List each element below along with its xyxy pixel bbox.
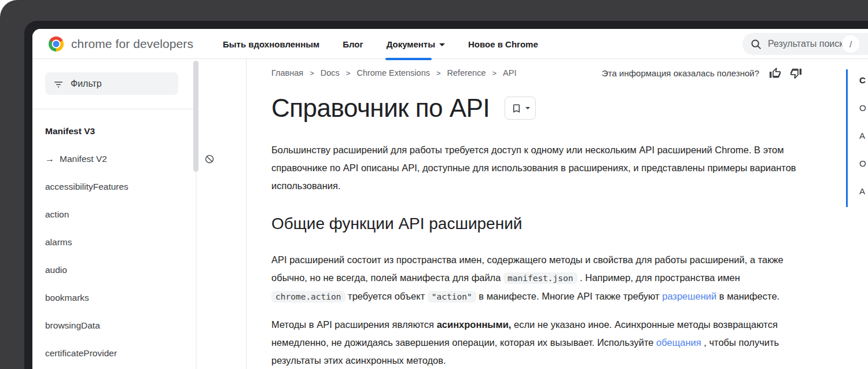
breadcrumb-row: Главная > Docs > Chrome Extensions > Ref… xyxy=(271,67,846,79)
search-placeholder: Результаты поиска xyxy=(768,39,848,49)
sidebar-item-label: alarms xyxy=(45,237,72,248)
thumbs-down-icon[interactable] xyxy=(790,67,802,79)
bookmark-button[interactable] xyxy=(505,97,536,120)
sidebar-scrollbar-thumb[interactable] xyxy=(193,61,198,172)
chevron-down-icon xyxy=(439,43,445,46)
sidebar-item-alarms[interactable]: alarms xyxy=(32,228,223,256)
text-run: Методы в API расширения являются xyxy=(271,319,437,330)
toc-item[interactable]: А xyxy=(859,131,865,141)
nav-label: Документы xyxy=(387,39,435,49)
intro-paragraph: Большинству расширений для работы требуе… xyxy=(271,141,815,195)
breadcrumb-separator: > xyxy=(492,69,496,78)
top-nav: Быть вдохновленным Блог Документы Новое … xyxy=(223,29,538,59)
inline-link[interactable]: разрешений xyxy=(662,291,716,301)
feedback-widget: Эта информация оказалась полезной? xyxy=(602,67,802,79)
text-run: требуется объект xyxy=(345,291,428,301)
sidebar-item-action[interactable]: action xyxy=(32,201,223,228)
bold-text: асинхронными, xyxy=(437,319,512,330)
breadcrumb-separator: > xyxy=(346,69,351,78)
text-run: . Например, для пространства имен xyxy=(578,272,740,283)
toc-header: С xyxy=(859,75,866,85)
sidebar-item-label: action xyxy=(45,209,69,220)
breadcrumb-docs[interactable]: Docs xyxy=(321,68,340,78)
nav-label: Быть вдохновленным xyxy=(223,39,319,49)
inline-link[interactable]: обещания xyxy=(656,337,701,348)
sidebar-item-certificateprovider[interactable]: certificateProvider xyxy=(32,340,223,367)
sidebar-item-label: browsingData xyxy=(45,320,100,331)
paragraph-api-namespace: API расширений состоит из пространства и… xyxy=(271,251,815,306)
sidebar-item-label: Manifest V3 xyxy=(45,126,95,136)
nav-label: Новое в Chrome xyxy=(468,39,538,49)
sidebar-item-audio[interactable]: audio xyxy=(32,256,223,284)
breadcrumb: Главная > Docs > Chrome Extensions > Ref… xyxy=(271,68,516,78)
keyboard-shortcut-badge: / xyxy=(842,35,859,53)
paragraph-async-methods: Методы в API расширения являются асинхро… xyxy=(271,316,815,369)
nav-item-blog[interactable]: Блог xyxy=(343,29,363,59)
screenshot-stage: chrome for developers Быть вдохновленным… xyxy=(0,0,868,369)
site-header: chrome for developers Быть вдохновленным… xyxy=(32,29,868,59)
bookmark-icon xyxy=(511,103,522,114)
main-content: Главная > Docs > Chrome Extensions > Ref… xyxy=(247,59,846,369)
nav-label: Блог xyxy=(343,39,363,49)
breadcrumb-chrome-extensions[interactable]: Chrome Extensions xyxy=(356,68,430,78)
sidebar-item-label: bookmarks xyxy=(45,293,89,303)
sidebar-item-label: audio xyxy=(45,265,67,275)
page-title: Справочник по API xyxy=(271,93,490,123)
left-sidebar: Фильтр Manifest V3 → Manifest V2 accessi… xyxy=(32,59,246,369)
brand-name: chrome for developers xyxy=(71,37,193,51)
arrow-right-icon: → xyxy=(45,154,54,164)
filter-icon xyxy=(53,79,64,89)
sidebar-item-browsingdata[interactable]: browsingData xyxy=(32,312,223,340)
sidebar-item-bookmarks[interactable]: bookmarks xyxy=(32,284,223,312)
sidebar-item-label: accessibilityFeatures xyxy=(45,182,128,192)
chevron-down-icon xyxy=(525,107,530,109)
breadcrumb-reference[interactable]: Reference xyxy=(447,68,486,78)
sidebar-item-label: Manifest V2 xyxy=(60,154,107,164)
toc-item[interactable]: О xyxy=(859,103,866,113)
breadcrumb-api[interactable]: API xyxy=(503,68,516,78)
docs-page: chrome for developers Быть вдохновленным… xyxy=(32,29,868,369)
nav-item-inspired[interactable]: Быть вдохновленным xyxy=(223,29,319,59)
nav-item-new-in-chrome[interactable]: Новое в Chrome xyxy=(468,29,538,59)
text-run: в манифесте. xyxy=(716,291,779,301)
section-heading: Общие функции API расширений xyxy=(271,213,846,234)
chrome-logo-icon xyxy=(49,36,64,51)
text-run: в манифесте. Многие API также требуют xyxy=(476,291,663,301)
breadcrumb-separator: > xyxy=(310,69,314,78)
search-icon xyxy=(750,38,762,50)
sidebar-item-accessibilityfeatures[interactable]: accessibilityFeatures xyxy=(32,173,223,201)
feedback-buttons xyxy=(769,67,802,79)
page-title-row: Справочник по API xyxy=(271,93,846,123)
nav-item-docs[interactable]: Документы xyxy=(387,29,445,59)
search-input[interactable]: Результаты поиска / xyxy=(742,33,868,55)
feedback-question: Эта информация оказалась полезной? xyxy=(602,68,759,78)
brand-logo[interactable]: chrome for developers xyxy=(49,29,193,59)
sidebar-item-label: certificateProvider xyxy=(45,348,117,359)
inline-code: manifest.json xyxy=(503,272,578,284)
toc-item[interactable]: А xyxy=(859,186,865,196)
breadcrumb-separator: > xyxy=(436,69,441,78)
inline-code: chrome.action xyxy=(271,291,345,302)
toc-item[interactable]: О xyxy=(859,158,866,168)
table-of-contents: С О А О А xyxy=(846,69,858,207)
inline-code: "action" xyxy=(428,291,476,302)
breadcrumb-home[interactable]: Главная xyxy=(271,68,303,78)
filter-label: Фильтр xyxy=(71,79,102,89)
deprecated-icon xyxy=(204,154,215,164)
sidebar-divider xyxy=(32,109,193,109)
filter-input[interactable]: Фильтр xyxy=(45,72,178,95)
thumbs-up-icon[interactable] xyxy=(769,67,781,79)
